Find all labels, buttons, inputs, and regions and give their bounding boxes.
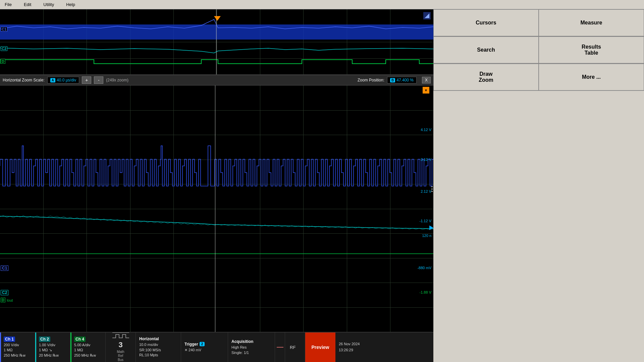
trigger-line1: ✕ 240 mV <box>184 348 224 353</box>
ch2-ref-arrow <box>429 226 433 231</box>
horizontal-title: Horizontal <box>139 337 177 341</box>
rf-panel[interactable]: RF <box>285 333 305 362</box>
trigger-panel[interactable]: Trigger 2 ✕ 240 mV <box>181 333 228 362</box>
volt-label-212: 2.12 V <box>421 189 431 193</box>
main-layout: C1 C2 D Horizontal Zoom Scale: A 40.0 µs… <box>0 9 644 362</box>
more-button[interactable]: More ... <box>539 64 644 90</box>
ov-ch1-label: C1 <box>1 27 7 32</box>
ch2-line2: 1 MΩ ↘ <box>39 348 67 353</box>
zoom-ch4-wave <box>0 85 433 287</box>
measure-button[interactable]: Measure <box>539 9 644 36</box>
ov-ch2-label: C2 <box>1 46 7 51</box>
sidebar-row-3: Draw Zoom More ... <box>433 64 644 91</box>
bus-label: Bus <box>118 358 123 362</box>
zoom-iout-label: Iout <box>6 298 13 302</box>
ov-chd-label: D <box>1 59 5 64</box>
ch4-line1: 5.00 A/div <box>74 343 103 348</box>
horizontal-panel[interactable]: Horizontal 10.0 ms/div SR:100 MS/s RL:10… <box>136 333 181 362</box>
math-ref-bus[interactable]: 3 Math Ref Bus <box>106 333 136 362</box>
bottom-bar: Ch 1 200 V/div 1 MΩ 250 MHz ℞w Ch 2 1.00… <box>0 332 433 362</box>
zoom-value-box[interactable]: A 40.0 µs/div <box>47 77 79 83</box>
sidebar-row-2: Search Results Table <box>433 37 644 64</box>
horizontal-line1: 10.0 ms/div <box>139 342 177 347</box>
acquisition-line1: High Res <box>231 345 271 350</box>
zoom-close-btn[interactable]: X <box>422 77 431 83</box>
acquisition-panel[interactable]: Acquisition High Res Single: 1/1 <box>228 333 275 362</box>
volt-label-880mv: -880 mV <box>417 266 431 270</box>
menubar: File Edit Utility Help <box>0 0 644 9</box>
zoom-badge-b: B <box>390 78 395 82</box>
menu-file[interactable]: File <box>3 1 14 8</box>
zoom-chd-label: D <box>1 298 5 302</box>
horizontal-line2: SR:100 MS/s <box>139 348 177 353</box>
menu-edit[interactable]: Edit <box>22 1 33 8</box>
zoom-plus-btn[interactable]: + <box>82 76 91 84</box>
cursor-line <box>215 85 215 332</box>
time-label: 13:26:29 <box>339 347 360 353</box>
ch4-line3: 250 MHz ℞w <box>74 353 103 358</box>
horizontal-line3: RL:10 Mpts <box>139 353 177 358</box>
acquisition-title: Acquisition <box>231 339 271 344</box>
zoom-position-label: Zoom Position: <box>358 78 384 82</box>
ch2-line1: 1.00 V/div <box>39 343 67 348</box>
acquisition-line2: Single: 1/1 <box>231 350 271 355</box>
overview-corner-btn[interactable] <box>423 12 431 19</box>
zoom-position-box[interactable]: B 47.400 % <box>387 77 417 83</box>
ch2-line3: 20 MHz ℞w <box>39 353 67 358</box>
svg-marker-3 <box>429 226 433 230</box>
math-label: Math <box>117 350 124 354</box>
right-sidebar: Cursors Measure Search Results Table Dra… <box>433 9 644 362</box>
trigger-title-label: Trigger <box>184 342 198 347</box>
zoom-scale-label: Horizontal Zoom Scale: <box>3 78 45 82</box>
ch1-line3: 250 MHz ℞w <box>4 353 32 358</box>
sidebar-row-1: Cursors Measure <box>433 9 644 37</box>
search-button[interactable]: Search <box>433 37 539 63</box>
zoom-waveform-area: ▼ 4.12 V 3.12 V 2.12 V -1.12 V 120 n -88… <box>0 85 433 332</box>
ch1-line1: 200 V/div <box>4 343 32 348</box>
zoom-ch2-label: C2 <box>1 290 8 295</box>
zoom-ch1-label: C1 <box>1 265 8 271</box>
ch1-title: Ch 1 <box>4 337 15 342</box>
ref-label: Ref <box>118 354 123 358</box>
preview-button[interactable]: Preview <box>305 333 335 362</box>
svg-marker-1 <box>425 13 429 18</box>
zoom-ch1-wave <box>0 85 433 287</box>
ch4-info[interactable]: Ch 4 5.00 A/div 1 MΩ 250 MHz ℞w <box>70 333 106 362</box>
ch1-info[interactable]: Ch 1 200 V/div 1 MΩ 250 MHz ℞w <box>0 333 35 362</box>
results-table-button[interactable]: Results Table <box>539 37 644 63</box>
three-dots-menu[interactable] <box>431 186 433 192</box>
ch2-title: Ch 2 <box>39 337 50 342</box>
trigger-title-row: Trigger 2 <box>184 342 224 347</box>
ch2-info[interactable]: Ch 2 1.00 V/div 1 MΩ ↘ 20 MHz ℞w <box>35 333 70 362</box>
zoom-value: 40.0 µs/div <box>57 78 76 82</box>
volt-label-312: 3.12 V <box>421 158 431 162</box>
zoom-minus-btn[interactable]: - <box>94 76 103 84</box>
overview-strip: C1 C2 D <box>0 9 433 75</box>
zoom-position-value: 47.400 % <box>396 78 414 82</box>
menu-utility[interactable]: Utility <box>41 1 56 8</box>
trigger-marker-zoom: ▼ <box>423 87 429 94</box>
sidebar-empty-space <box>433 91 644 362</box>
date-label: 26 Nov 2024 <box>339 341 360 347</box>
menu-help[interactable]: Help <box>64 1 77 8</box>
zoom-multiplier: (249x zoom) <box>106 78 128 82</box>
ch1-line2: 1 MΩ <box>4 348 32 353</box>
ch4-title: Ch 4 <box>74 337 86 342</box>
math-ref-bus-num: 3 <box>118 341 122 349</box>
trigger-badge: 2 <box>200 342 205 346</box>
zoom-ch2-wave <box>0 85 433 287</box>
draw-zoom-button[interactable]: Draw Zoom <box>433 64 539 90</box>
divider-line <box>275 333 285 362</box>
zoom-badge-a: A <box>50 78 55 82</box>
rf-label: RF <box>290 345 300 350</box>
volt-label-412: 4.12 V <box>421 128 431 132</box>
scope-area: C1 C2 D Horizontal Zoom Scale: A 40.0 µs… <box>0 9 433 362</box>
ch4-line2: 1 MΩ <box>74 348 103 353</box>
volt-label-n112: -1.12 V <box>420 219 431 223</box>
cursors-button[interactable]: Cursors <box>433 9 539 36</box>
volt-label-120n: 120 n <box>422 234 431 238</box>
datetime-box: 26 Nov 2024 13:26:29 <box>335 333 363 362</box>
zoom-bar: Horizontal Zoom Scale: A 40.0 µs/div + -… <box>0 75 433 85</box>
trigger-marker-top <box>214 16 221 21</box>
volt-label-green: -1.88 V <box>420 290 431 294</box>
